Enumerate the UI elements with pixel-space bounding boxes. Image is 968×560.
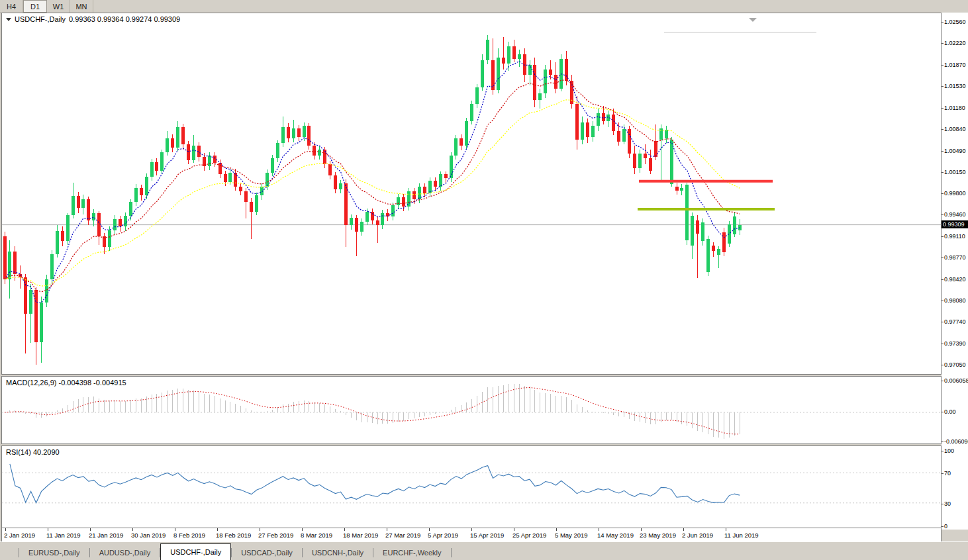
candle-body [733,216,736,234]
price-axis-label: 0.97050 [944,361,966,368]
candle-body [444,174,448,178]
candle-body [376,220,379,226]
timeframe-button-mn[interactable]: MN [70,0,93,13]
candle-body [155,162,158,171]
macd-canvas [2,377,942,443]
candle-body [171,138,174,148]
price-axis-label: 1.02560 [944,19,966,25]
candle-body [680,188,683,191]
symbol-label: USDCHF-,Daily [15,15,66,23]
candle-body [150,162,154,177]
price-axis-label: 0.99110 [944,233,965,240]
rsi-axis-label: 30 [944,500,951,507]
candle-body [728,224,731,244]
tab-eurchf-weekly[interactable]: EURCHF-,Weekly [373,545,450,560]
candle-body [460,138,463,146]
date-axis-label: 5 Apr 2019 [428,532,458,539]
timeframe-button-h4[interactable]: H4 [0,0,23,13]
candle-body [575,104,579,140]
tab-eurusd-daily[interactable]: EURUSD-,Daily [19,545,89,560]
candle-body [712,246,715,251]
candle-body [738,225,742,230]
terminal-window: H4D1W1MN USDCHF-,Daily 0.99363 0.99364 0… [0,0,968,560]
candle-body [328,164,332,175]
price-axis-label: 0.97740 [944,318,966,325]
price-chart-canvas[interactable] [2,13,942,374]
candle-body [339,183,342,189]
date-axis-label: 2 Jun 2019 [682,532,713,539]
candle-body [549,70,552,75]
date-axis-label: 8 Feb 2019 [173,532,205,539]
candle-body [602,113,605,120]
rsi-axis-label: 70 [944,470,951,477]
candle-body [691,216,694,246]
main-chart-panel[interactable]: USDCHF-,Daily 0.99363 0.99364 0.99274 0.… [1,13,942,375]
candle-body [192,146,195,160]
timeframe-button-w1[interactable]: W1 [47,0,70,13]
price-axis-label: 1.01530 [944,83,966,89]
candle-body [665,130,668,138]
candle-body [181,127,185,144]
candle-body [292,128,295,138]
date-axis-tick [5,528,6,531]
candle-body [313,146,316,156]
candle-body [381,213,384,226]
candle-body [50,254,54,280]
date-axis-label: 25 Apr 2019 [512,532,546,539]
candle-body [8,252,11,279]
tab-usdcad-daily[interactable]: USDCAD-,Daily [232,545,302,560]
tab-audusd-daily[interactable]: AUDUSD-,Daily [90,545,160,560]
date-axis-label: 15 Apr 2019 [470,532,504,539]
candle-body [644,154,647,158]
candle-body [40,303,43,342]
price-axis-label: 1.00840 [944,126,966,132]
candle-body [160,152,164,171]
candle-body [617,131,620,142]
candle-body [344,183,348,226]
symbol-dropdown-icon[interactable] [6,18,11,21]
candle-body [213,156,217,163]
candle-body [166,138,169,152]
price-axis-label: 1.01180 [944,105,965,111]
rsi-panel[interactable]: RSI(14) 40.2090 [1,445,942,528]
candle-body [113,219,117,230]
candle-body [260,187,264,195]
candle-body [61,231,64,241]
date-axis-label: 27 Feb 2019 [258,532,293,539]
date-axis-tick [217,528,218,531]
price-axis-label: 0.99800 [944,190,966,197]
candle-body [250,202,253,212]
tab-usdcnh-daily[interactable]: USDCNH-,Daily [303,545,373,560]
candle-body [502,58,505,64]
macd-panel[interactable]: MACD(12,26,9) -0.004398 -0.004915 [1,376,942,444]
candle-body [92,213,95,220]
date-axis-tick [344,528,345,531]
macd-axis-label: 0.00 [944,408,956,415]
candle-body [418,187,421,199]
date-axis-tick [683,528,684,531]
candle-body [129,202,132,216]
candle-body [528,65,532,75]
candle-body [287,127,290,138]
candle-body [45,279,48,303]
rsi-legend: RSI(14) 40.2090 [6,448,60,456]
candle-body [412,191,416,199]
timeframe-button-d1[interactable]: D1 [23,0,47,13]
candle-body [234,173,237,187]
date-axis-label: 11 Jun 2019 [724,532,759,539]
macd-axis-label: 0.006058 [944,377,968,384]
candle-body [581,122,584,139]
candle-body [591,126,595,137]
candle-body [87,199,90,220]
chart-shift-icon[interactable] [749,18,757,22]
candle-body [297,128,301,137]
candle-body [255,195,258,211]
date-axis-label: 8 Mar 2019 [301,532,332,539]
candle-body [3,236,7,279]
candle-body [701,222,704,241]
price-axis-label: 0.98420 [944,276,966,283]
candle-body [77,196,80,208]
tab-usdchf-daily[interactable]: USDCHF-,Daily [160,543,231,560]
candle-body [696,220,699,234]
date-axis-tick [90,528,91,531]
